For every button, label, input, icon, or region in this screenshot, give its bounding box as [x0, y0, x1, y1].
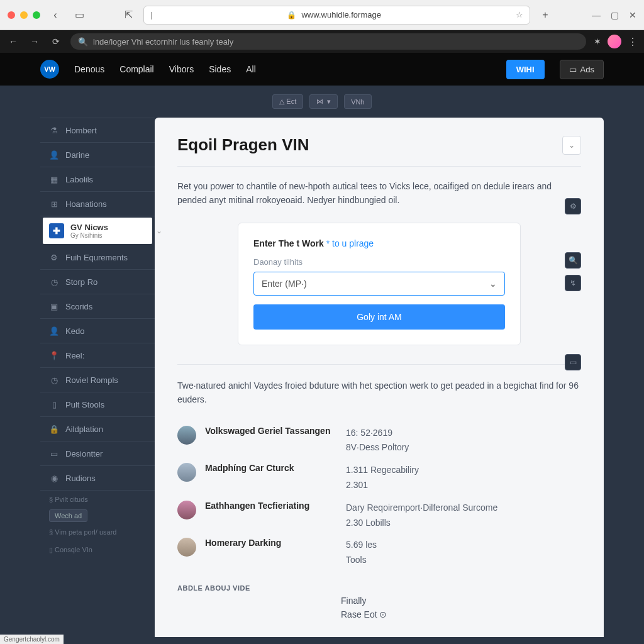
result-row[interactable]: Volkswaged Geriel Tassangen 16: 52·26198… [177, 422, 581, 460]
sidebar-item[interactable]: ▦Labolils [40, 167, 155, 192]
rase-text[interactable]: Rase Eot ⊙ [341, 609, 387, 619]
sidebar-icon: ◉ [49, 473, 59, 483]
profile-avatar[interactable] [608, 35, 621, 48]
sidebar-icon: ◷ [49, 277, 59, 287]
result-meta: 1.311 Regecabiliry2.301 [346, 463, 581, 493]
lower-text: Twe·natured anichl Vaydes froied bduture… [177, 364, 581, 407]
inner-search-bar[interactable]: 🔍 lnde/loger Vhi ectornhir lus feanly te… [70, 33, 586, 50]
nav-link-1[interactable]: Complail [119, 64, 153, 74]
section-label: ABDLE ABOUJ VIDE [177, 584, 581, 592]
chevron-down-icon: ⌄ [156, 226, 162, 235]
sidebar-icon: ⊞ [49, 199, 59, 209]
sidebar-icon: 👤 [49, 326, 59, 336]
nav-link-3[interactable]: Sides [209, 64, 231, 74]
field-label: Daonay tilhits [253, 257, 505, 267]
rail-gear-icon[interactable]: ⚙ [565, 198, 581, 214]
submit-button[interactable]: Goly int AM [253, 304, 505, 330]
result-meta: 16: 52·26198V·Dess Poltory [346, 426, 581, 456]
inner-browser-bar: ← → ⟳ 🔍 lnde/loger Vhi ectornhir lus fea… [0, 30, 644, 53]
sidebar-item[interactable]: ▭Desiontter [40, 441, 155, 466]
result-row[interactable]: Homerary Darking 5.69 lesTools [177, 534, 581, 572]
sidebar-item[interactable]: ⊞Hoanations [40, 192, 155, 216]
ads-button[interactable]: ▭Ads [560, 60, 604, 79]
sidebar-badge-icon: ✚ [49, 223, 64, 238]
back-button[interactable]: ‹ [47, 6, 64, 24]
chevron-down-icon: ▾ [327, 97, 331, 106]
bookmark-icon[interactable]: ✶ [594, 36, 601, 47]
sidebar-icon: ◷ [49, 375, 59, 385]
sidebar-icon: ▭ [49, 448, 59, 458]
rail-search-icon[interactable]: 🔍 [565, 252, 581, 269]
sidebar-item[interactable]: 👤Kedo [40, 319, 155, 343]
inner-forward-icon[interactable]: → [28, 35, 42, 48]
sidebar-note: § Pvilt cituds [40, 491, 155, 508]
sidebar-item[interactable]: ⚗Hombert [40, 118, 155, 143]
sidebar-icon: 👤 [49, 150, 59, 160]
star-icon[interactable]: ☆ [516, 10, 523, 19]
nav-link-4[interactable]: All [246, 64, 256, 74]
close-window-icon[interactable] [8, 11, 15, 19]
sidebar-note: ▯ Consqle VIn [40, 541, 155, 559]
nav-link-0[interactable]: Denous [74, 64, 104, 74]
pill-1[interactable]: ⋈▾ [309, 94, 338, 109]
result-name: Madphíng Car Cturck [205, 463, 337, 473]
restore-icon[interactable]: ▢ [611, 10, 619, 20]
sidebar: ⚗Hombert👤Darine▦Labolils⊞Hoanations✚GV N… [40, 118, 155, 637]
pill-2[interactable]: VNh [344, 94, 371, 109]
sidebar-tag[interactable]: Wech ad [49, 509, 87, 522]
new-tab-icon[interactable]: + [536, 6, 554, 24]
traffic-lights [8, 11, 40, 19]
avatar [177, 426, 196, 445]
window-chrome: ‹ ▭ ⇱ | 🔒 www.wuhidle.formage ☆ + — ▢ ✕ [0, 0, 644, 30]
share-icon[interactable]: ⇱ [119, 6, 137, 24]
pill-0[interactable]: △ Ect [272, 94, 303, 109]
close-icon[interactable]: ✕ [629, 10, 636, 20]
search-icon: 🔍 [78, 37, 88, 47]
url-bar[interactable]: | 🔒 www.wuhidle.formage ☆ [143, 6, 530, 25]
inner-back-icon[interactable]: ← [6, 35, 20, 48]
sidebar-item[interactable]: ◷Roviel Rompls [40, 368, 155, 392]
result-name: Eathhangen Tecfieriating [205, 501, 337, 511]
form-heading: Enter The t Work * to u plrage [253, 238, 505, 248]
result-row[interactable]: Eathhangen Tecfieriating Dary Reqoirempo… [177, 497, 581, 535]
brand-logo[interactable]: VW [40, 60, 59, 79]
footer-status: Gengertchaolyl.com [0, 635, 64, 644]
cta-button[interactable]: WIHI [506, 60, 545, 79]
intro-text: Ret you power to chantile of new-hpoth a… [177, 179, 581, 208]
rail-save-icon[interactable]: ▭ [565, 354, 581, 370]
tab-icon[interactable]: ▭ [70, 6, 88, 24]
minimize-icon[interactable]: — [592, 10, 601, 20]
select-placeholder: Enter (MP·) [262, 279, 307, 289]
minimize-window-icon[interactable] [20, 11, 28, 19]
maximize-window-icon[interactable] [33, 11, 40, 19]
chevron-down-icon: ⌄ [489, 279, 497, 289]
form-card: Enter The t Work * to u plrage Daonay ti… [238, 223, 521, 345]
page-options-button[interactable]: ⌄ [562, 136, 581, 155]
ads-icon: ▭ [569, 65, 577, 74]
content-panel: Eqoil Pragen VIN ⌄ Ret you power to chan… [155, 118, 604, 637]
sidebar-item[interactable]: ▣Scorids [40, 294, 155, 319]
sidebar-item[interactable]: 👤Darine [40, 143, 155, 167]
sidebar-item[interactable]: ▯Pult Stools [40, 392, 155, 417]
sidebar-icon: ⚙ [49, 252, 59, 262]
avatar [177, 501, 196, 519]
sidebar-item[interactable]: ◉Rudions [40, 466, 155, 491]
sidebar-item[interactable]: ⚙Fuih Equrements [40, 245, 155, 270]
nav-link-2[interactable]: Vibors [169, 64, 194, 74]
sidebar-icon: ⚗ [49, 125, 59, 135]
result-name: Homerary Darking [205, 538, 337, 548]
sidebar-icon: ▯ [49, 399, 59, 409]
sidebar-item-active[interactable]: ✚GV NicwsGy Nsihinis⌄ [43, 218, 152, 244]
sidebar-item[interactable]: ◷Storp Ro [40, 270, 155, 294]
inner-reload-icon[interactable]: ⟳ [49, 35, 63, 48]
rail-bolt-icon[interactable]: ↯ [565, 275, 581, 291]
result-row[interactable]: Madphíng Car Cturck 1.311 Regecabiliry2.… [177, 459, 581, 497]
menu-icon[interactable]: ⋮ [628, 36, 638, 48]
sidebar-icon: ▣ [49, 301, 59, 311]
url-text: www.wuhidle.formage [301, 10, 380, 19]
page-title: Eqoil Pragen VIN [177, 135, 309, 155]
sidebar-item[interactable]: 🔒Aildplation [40, 417, 155, 441]
result-meta: Dary Reqoiremport·Dilferonal Surcome2.30… [346, 501, 581, 531]
sidebar-item[interactable]: 📍Reel: [40, 343, 155, 368]
select-field[interactable]: Enter (MP·) ⌄ [253, 272, 505, 296]
